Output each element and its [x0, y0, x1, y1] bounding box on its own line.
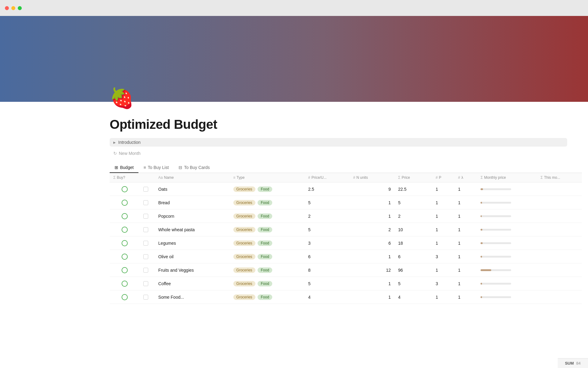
cell-lambda-4: 1	[454, 236, 477, 250]
cell-name-3[interactable]: Whole wheat pasta	[155, 223, 230, 236]
close-button[interactable]	[5, 6, 9, 10]
cell-price-u-3: 5	[304, 223, 349, 236]
cell-thismo-6	[537, 263, 582, 277]
checkbox-2[interactable]	[143, 214, 148, 219]
checkbox-3[interactable]	[143, 227, 148, 232]
tag-food-8[interactable]: Food	[258, 294, 272, 300]
tag-groceries-0[interactable]: Groceries	[233, 186, 255, 192]
col-header-buy[interactable]: ΣBuy?	[110, 173, 140, 182]
cell-monthly-2	[477, 209, 537, 223]
hash-icon-1: #	[308, 175, 310, 180]
hash-icon-4: #	[458, 175, 460, 180]
col-header-p[interactable]: #P	[432, 173, 454, 182]
cell-check-3[interactable]	[140, 223, 155, 236]
introduction-toggle[interactable]: ▶ Introduction	[110, 138, 567, 147]
col-header-monthly[interactable]: ΣMonthly price	[477, 173, 537, 182]
cell-name-6[interactable]: Fruits and Veggies	[155, 263, 230, 277]
tag-groceries-6[interactable]: Groceries	[233, 267, 255, 273]
checkbox-7[interactable]	[143, 281, 148, 286]
col-header-lambda[interactable]: #λ	[454, 173, 477, 182]
tag-food-6[interactable]: Food	[258, 267, 272, 273]
monthly-bar-fill-7	[481, 283, 482, 285]
cell-name-4[interactable]: Legumes	[155, 236, 230, 250]
page-icon: 🍓	[110, 88, 134, 108]
tab-budget[interactable]: ⊞ Budget	[110, 163, 138, 173]
col-header-name[interactable]: AaName	[155, 173, 230, 182]
cell-check-7[interactable]	[140, 277, 155, 290]
hash-icon-3: #	[435, 175, 438, 180]
tag-food-1[interactable]: Food	[258, 200, 272, 205]
status-circle-1	[122, 200, 128, 206]
cell-p-0: 1	[432, 182, 454, 196]
hash-icon-2: #	[353, 175, 355, 180]
tag-food-2[interactable]: Food	[258, 213, 272, 219]
tag-food-7[interactable]: Food	[258, 281, 272, 286]
tag-groceries-8[interactable]: Groceries	[233, 294, 255, 300]
sum-value: 84	[576, 361, 581, 366]
cell-thismo-7	[537, 277, 582, 290]
cell-name-1[interactable]: Bread	[155, 196, 230, 209]
tag-food-0[interactable]: Food	[258, 186, 272, 192]
minimize-button[interactable]	[11, 6, 15, 10]
cell-n-units-8: 1	[349, 290, 394, 304]
cell-name-5[interactable]: Olive oil	[155, 250, 230, 263]
col-header-price[interactable]: ΣPrice	[394, 173, 432, 182]
table-row: Coffee Groceries Food 5 1 5 3 1	[110, 277, 582, 290]
tag-food-3[interactable]: Food	[258, 227, 272, 232]
budget-tab-label: Budget	[120, 165, 134, 170]
cell-check-8[interactable]	[140, 290, 155, 304]
cell-check-2[interactable]	[140, 209, 155, 223]
col-header-type[interactable]: ≡Type	[230, 173, 305, 182]
budget-table: ΣBuy? AaName ≡Type #Price/U... #N units	[110, 173, 582, 304]
checkbox-0[interactable]	[143, 187, 148, 192]
cell-check-1[interactable]	[140, 196, 155, 209]
cell-check-4[interactable]	[140, 236, 155, 250]
new-month-label: New Month	[119, 151, 141, 156]
cell-name-7[interactable]: Coffee	[155, 277, 230, 290]
cell-check-5[interactable]	[140, 250, 155, 263]
cell-name-0[interactable]: Oats	[155, 182, 230, 196]
cell-n-units-5: 1	[349, 250, 394, 263]
monthly-bar-fill-2	[481, 215, 482, 217]
col-header-n-units[interactable]: #N units	[349, 173, 394, 182]
list-tab-icon: ≡	[143, 165, 146, 170]
tag-groceries-4[interactable]: Groceries	[233, 240, 255, 246]
cell-p-4: 1	[432, 236, 454, 250]
tag-groceries-3[interactable]: Groceries	[233, 227, 255, 232]
cards-tab-label: To Buy Cards	[184, 165, 210, 170]
col-header-thismo[interactable]: ΣThis mo...	[537, 173, 582, 182]
monthly-bar-fill-4	[481, 242, 483, 244]
tag-groceries-1[interactable]: Groceries	[233, 200, 255, 205]
checkbox-4[interactable]	[143, 241, 148, 246]
monthly-bar-container-4	[481, 242, 511, 244]
cell-type-1: Groceries Food	[230, 196, 305, 209]
tabs-bar: ⊞ Budget ≡ To Buy List ⊟ To Buy Cards	[110, 163, 582, 173]
cell-check-0[interactable]	[140, 182, 155, 196]
cell-check-6[interactable]	[140, 263, 155, 277]
page-title-section: Optimized Budget	[110, 102, 582, 138]
tab-to-buy-list[interactable]: ≡ To Buy List	[138, 163, 174, 173]
tag-food-4[interactable]: Food	[258, 240, 272, 246]
status-circle-7	[122, 281, 128, 287]
checkbox-8[interactable]	[143, 295, 148, 300]
checkbox-1[interactable]	[143, 200, 148, 205]
checkbox-5[interactable]	[143, 254, 148, 259]
aa-icon: Aa	[158, 175, 163, 180]
tag-groceries-2[interactable]: Groceries	[233, 213, 255, 219]
cell-name-8[interactable]: Some Food...	[155, 290, 230, 304]
monthly-bar-fill-3	[481, 229, 482, 231]
cell-name-2[interactable]: Popcorn	[155, 209, 230, 223]
maximize-button[interactable]	[18, 6, 22, 10]
tag-groceries-5[interactable]: Groceries	[233, 254, 255, 259]
cell-p-3: 1	[432, 223, 454, 236]
status-circle-5	[122, 254, 128, 260]
col-header-price-u[interactable]: #Price/U...	[304, 173, 349, 182]
checkbox-6[interactable]	[143, 268, 148, 273]
cell-buy-4	[110, 236, 140, 250]
status-circle-3	[122, 227, 128, 233]
tag-food-5[interactable]: Food	[258, 254, 272, 259]
tab-to-buy-cards[interactable]: ⊟ To Buy Cards	[174, 163, 215, 173]
new-month-button[interactable]: ↻ New Month	[110, 149, 144, 158]
tag-groceries-7[interactable]: Groceries	[233, 281, 255, 286]
table-row: Popcorn Groceries Food 2 1 2 1 1	[110, 209, 582, 223]
